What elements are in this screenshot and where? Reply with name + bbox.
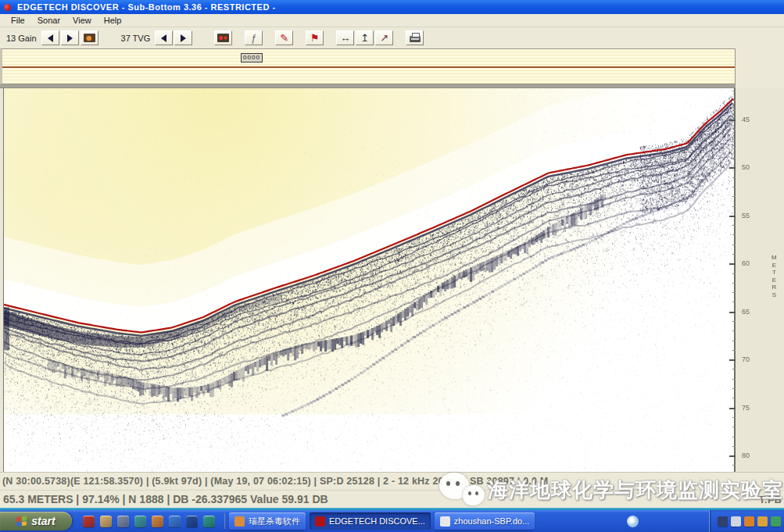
- axis-tick: [732, 369, 736, 370]
- tvg-decrease-button[interactable]: [155, 30, 173, 45]
- gain-increase-button[interactable]: [61, 30, 79, 45]
- axis-tick: [732, 350, 736, 351]
- axis-tick-label: 65: [742, 307, 750, 315]
- lion-icon[interactable]: [744, 516, 754, 527]
- axis-tick: [732, 91, 736, 91]
- axis-tick: [729, 263, 736, 265]
- sphere-icon[interactable]: [203, 516, 215, 527]
- axis-tick: [732, 273, 736, 274]
- axis-tick: [732, 110, 736, 111]
- axis-tick: [729, 312, 736, 313]
- status-right-fragment: T:PB: [759, 494, 782, 505]
- gain-value-label: 13 Gain: [6, 34, 37, 43]
- menu-item-view[interactable]: View: [66, 15, 98, 26]
- right-arrow-icon: [67, 34, 73, 42]
- start-button[interactable]: start: [0, 512, 72, 530]
- menu-item-file[interactable]: File: [5, 15, 31, 26]
- sonar-display-row: METERS 4550556065707580: [0, 88, 784, 472]
- axis-tick: [732, 100, 736, 101]
- taskbar-button-document[interactable]: zhoushan-SBP.do...: [435, 512, 535, 530]
- axis-tick: [732, 465, 736, 466]
- measure-button[interactable]: ↗: [375, 30, 393, 45]
- axis-tick: [732, 177, 736, 178]
- system-tray: [709, 510, 784, 532]
- axis-tick: [732, 187, 736, 187]
- depth-axis: METERS 4550556065707580: [734, 88, 784, 472]
- taskbar-button-label: zhoushan-SBP.do...: [454, 516, 529, 526]
- function-icon: ƒ: [251, 33, 256, 43]
- signal-function-button[interactable]: ƒ: [245, 30, 263, 45]
- application-window: EDGETECH DISCOVER - Sub-Bottom 3.36 - RE…: [0, 0, 784, 532]
- print-button[interactable]: [406, 30, 424, 45]
- ping-ruler-row: 0000: [0, 48, 784, 84]
- taskbar-button-label: EDGETECH DISCOVE...: [329, 516, 425, 526]
- network-icon[interactable]: [771, 516, 781, 527]
- axis-tick: [732, 398, 736, 398]
- internet-explorer-icon[interactable]: [169, 516, 181, 527]
- media-alert-icon[interactable]: [83, 516, 95, 527]
- axis-tick: [732, 254, 736, 255]
- axis-tick: [732, 321, 736, 322]
- person-icon[interactable]: [152, 516, 163, 527]
- axis-tick: [732, 139, 736, 140]
- axis-tick-label: 55: [742, 211, 750, 219]
- axis-tick: [732, 234, 736, 235]
- titlebar[interactable]: EDGETECH DISCOVER - Sub-Bottom 3.36 - RE…: [0, 0, 784, 14]
- nav-status-text: (N 30:00.5738)(E 121:58.3570) | (5.9kt 9…: [2, 476, 548, 487]
- horizontal-scale-button[interactable]: ↔: [336, 30, 354, 45]
- menu-item-sonar[interactable]: Sonar: [31, 15, 66, 26]
- folder-icon[interactable]: [100, 516, 112, 527]
- up-arrow-bar-icon: ↥: [360, 33, 369, 43]
- menu-item-help[interactable]: Help: [98, 15, 128, 26]
- axis-tick-label: 45: [742, 115, 750, 123]
- start-label: start: [31, 515, 55, 527]
- axis-tick-label: 75: [742, 403, 750, 411]
- printer-icon: [410, 36, 421, 42]
- tvg-increase-button[interactable]: [174, 30, 192, 45]
- gain-auto-button[interactable]: [81, 30, 98, 45]
- axis-tick-label: 50: [742, 163, 750, 171]
- eye-icon[interactable]: [627, 516, 639, 527]
- menubar: FileSonarViewHelp: [0, 14, 784, 27]
- axis-tick: [732, 245, 736, 245]
- right-arrow-icon: [181, 34, 186, 42]
- axis-tick: [732, 148, 736, 149]
- taskbar-button-edgetech[interactable]: EDGETECH DISCOVE...: [310, 512, 431, 530]
- axis-tick: [729, 167, 736, 169]
- window-title: EDGETECH DISCOVER - Sub-Bottom 3.36 - RE…: [17, 2, 276, 12]
- left-arrow-icon: [48, 34, 53, 42]
- umbrella-icon[interactable]: [134, 516, 146, 527]
- axis-tick: [732, 292, 736, 293]
- axis-tick: [732, 341, 736, 341]
- vertical-shift-button[interactable]: ↥: [356, 30, 374, 45]
- axis-tick-label: 60: [742, 259, 750, 267]
- windows-flag-icon: [16, 516, 27, 527]
- axis-tick: [732, 379, 736, 380]
- gain-decrease-button[interactable]: [41, 30, 59, 45]
- annotate-button[interactable]: ✎: [275, 30, 293, 45]
- task-buttons: 瑞星杀毒软件EDGETECH DISCOVE...zhoushan-SBP.do…: [229, 510, 535, 532]
- edgetech-icon: [315, 516, 325, 527]
- shield-icon[interactable]: [718, 516, 728, 527]
- event-mark-button[interactable]: ⚑: [306, 30, 324, 45]
- taskbar-separator: [224, 513, 226, 529]
- msn-icon[interactable]: [186, 516, 198, 527]
- globe-icon[interactable]: [117, 516, 129, 527]
- ping-marker-box: 0000: [241, 53, 263, 62]
- gain-target-icon: [84, 34, 95, 42]
- update-icon[interactable]: [757, 516, 768, 527]
- app-icon: [4, 4, 11, 11]
- left-arrow-icon: [161, 34, 166, 42]
- sonar-scope-button[interactable]: [214, 30, 232, 45]
- flag-icon: ⚑: [310, 33, 320, 43]
- axis-tick-label: 80: [742, 452, 750, 459]
- axis-tick: [732, 417, 736, 418]
- axis-tick: [732, 129, 736, 130]
- monitor-icon[interactable]: [731, 516, 741, 527]
- tvg-value-label: 37 TVG: [121, 34, 151, 43]
- axis-tick: [732, 225, 736, 226]
- ping-ruler-strip: 0000: [0, 48, 736, 84]
- taskbar-button-antivirus[interactable]: 瑞星杀毒软件: [229, 512, 306, 530]
- axis-unit-label: METERS: [771, 254, 777, 298]
- axis-tick: [729, 216, 736, 217]
